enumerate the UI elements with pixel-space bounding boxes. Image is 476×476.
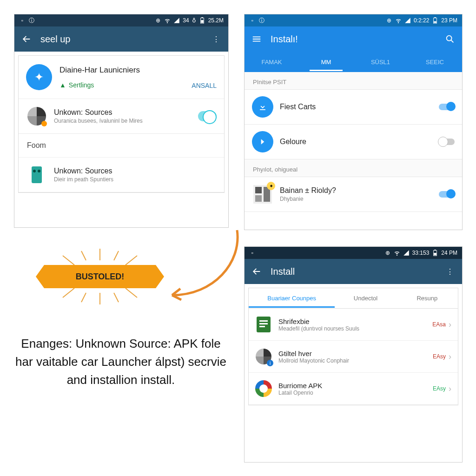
menu-icon[interactable]	[251, 33, 262, 45]
svg-rect-1	[201, 17, 203, 18]
row-subtitle: Meadefil (duntıvol nourses Suuls	[278, 325, 432, 332]
wifi-icon	[164, 17, 171, 24]
battery-icon	[432, 250, 438, 256]
row-subtitle: Mollroid Mayotonic Conphair	[278, 357, 433, 364]
app-bar: Instalı!	[245, 26, 462, 52]
app-header-row: ✦ Diaine-Har Launicniers ▲ Sertlings ANS…	[19, 56, 224, 99]
info-badge-icon: i	[267, 360, 273, 366]
svg-rect-8	[434, 21, 436, 23]
signal-icon	[173, 17, 180, 24]
row-title: Fiest Carts	[280, 103, 434, 111]
chevron-right-icon: ›	[449, 320, 451, 330]
svg-rect-15	[435, 250, 436, 251]
overflow-icon[interactable]: ⋮	[444, 266, 456, 277]
tab-buariaer[interactable]: Buariaer Counpes	[249, 289, 335, 307]
svg-line-25	[63, 288, 74, 298]
toggle-bainan[interactable]	[439, 191, 455, 198]
appbar-title: Instalı!	[271, 34, 444, 45]
search-icon[interactable]	[444, 33, 456, 45]
svg-point-5	[38, 170, 40, 172]
tab-famak[interactable]: FAMAK	[245, 53, 299, 71]
list-item-geloure[interactable]: Geloure	[245, 125, 462, 159]
row-subtitle: Dieir im peath Spuntiers	[54, 176, 217, 183]
svg-line-23	[63, 256, 74, 265]
list-item[interactable]: ShrifexbieMeadefil (duntıvol nourses Suu…	[249, 309, 458, 341]
section-header: Foom	[19, 134, 224, 158]
doc-icon	[255, 316, 272, 333]
row-subtitle: Dhybanie	[280, 196, 434, 202]
overflow-icon[interactable]: ⋮	[211, 33, 222, 45]
status-time: 33:153	[412, 250, 430, 256]
status-extra: ♁	[192, 17, 196, 24]
shield-icon: ▲	[60, 81, 66, 89]
status-time: 0:2:22	[414, 17, 429, 24]
signal-icon	[404, 17, 411, 24]
tab-seeic[interactable]: SEEIC	[408, 53, 462, 71]
unknown-sources-row-2[interactable]: Unkown: Sources Dieir im peath Spuntiers	[19, 158, 224, 192]
section-header: PInitse PSIT	[245, 72, 462, 90]
svg-rect-18	[259, 320, 268, 322]
app-thumbnail-icon: ✦	[252, 184, 273, 205]
tab-resunp[interactable]: Resunp	[397, 289, 458, 307]
appbar-title: Install	[271, 266, 444, 277]
tab-undectol[interactable]: Undectol	[335, 289, 396, 307]
status-battery-text: 24 PM	[441, 250, 457, 256]
app-settings-link[interactable]: ▲ Sertlings	[60, 81, 192, 89]
screen-install-list: ▫ ⓘ ⊕ 0:2:22 23 PM Instalı! FAMAK MM SÜS…	[244, 14, 463, 230]
battery-icon	[432, 17, 438, 24]
status-badge: EAsy	[433, 353, 446, 360]
svg-rect-16	[434, 253, 436, 255]
svg-line-31	[81, 293, 86, 302]
svg-point-4	[33, 170, 36, 172]
status-bar: ▫ ⊕ 33:153 24 PM	[245, 247, 462, 259]
svg-rect-12	[255, 195, 262, 202]
toggle-unknown-sources[interactable]	[198, 111, 217, 121]
notif-icon: ▫	[19, 17, 26, 24]
svg-rect-2	[201, 20, 203, 23]
status-signal: 34	[183, 17, 189, 24]
row-subtitle: Latail Openrio	[278, 390, 433, 396]
info-icon: ⓘ	[258, 17, 265, 24]
settings-card: ✦ Diaine-Har Launicniers ▲ Sertlings ANS…	[18, 55, 225, 193]
svg-rect-20	[259, 326, 265, 327]
info-icon: ⓘ	[28, 17, 35, 24]
row-title: Geloure	[280, 138, 434, 146]
app-title: Diaine-Har Launicniers	[60, 66, 192, 75]
arrow-icon	[252, 131, 273, 152]
list-item-bainan[interactable]: ✦ Bainan ± Rioldy? Dhybanie	[245, 177, 462, 212]
wifi-icon	[395, 17, 402, 24]
row-title: Bainan ± Rioldy?	[280, 186, 434, 195]
circle-icon: ⊕	[155, 17, 161, 24]
svg-line-26	[126, 288, 137, 298]
row-title: Shrifexbie	[278, 317, 432, 325]
tab-bar: FAMAK MM SÜSL1 SEEIC	[245, 52, 462, 72]
unknown-sources-row-1[interactable]: Unkown: Sources Ouranica busees, ívaluni…	[19, 99, 224, 134]
battery-icon	[199, 17, 205, 24]
toggle-fiest[interactable]	[439, 104, 455, 110]
svg-point-9	[447, 36, 452, 41]
tab-mm[interactable]: MM	[299, 53, 353, 71]
download-icon	[252, 96, 273, 118]
tab-susl1[interactable]: SÜSL1	[353, 53, 408, 71]
pie-icon: i	[255, 348, 272, 365]
pie-icon	[26, 106, 47, 127]
svg-line-24	[126, 256, 137, 265]
circle-icon: ⊕	[384, 250, 391, 256]
device-icon	[26, 164, 47, 185]
star-badge-icon: ✦	[267, 182, 275, 190]
notif-icon: ▫	[249, 17, 256, 24]
tab-bar: Buariaer Counpes Undectol Resunp	[249, 288, 458, 309]
list-item[interactable]: i Gtiltel hverMollroid Mayotonic Conphai…	[249, 341, 458, 373]
list-item[interactable]: Burriome APKLatail Openrio EAsy ›	[249, 373, 458, 405]
list-item-fiest-carts[interactable]: Fiest Carts	[245, 90, 462, 125]
install-action[interactable]: ANSALL	[192, 82, 217, 89]
row-subtitle: Ouranica busees, ívaluninl be Mires	[54, 118, 193, 124]
back-icon[interactable]	[21, 33, 32, 45]
back-icon[interactable]	[251, 266, 262, 277]
toggle-geloure[interactable]	[439, 139, 455, 145]
banner-label: BUSTOLED!	[44, 265, 156, 288]
svg-line-32	[114, 293, 119, 302]
appbar-title: seel up	[40, 34, 211, 45]
notif-icon: ▫	[249, 250, 256, 256]
svg-rect-11	[255, 187, 262, 193]
